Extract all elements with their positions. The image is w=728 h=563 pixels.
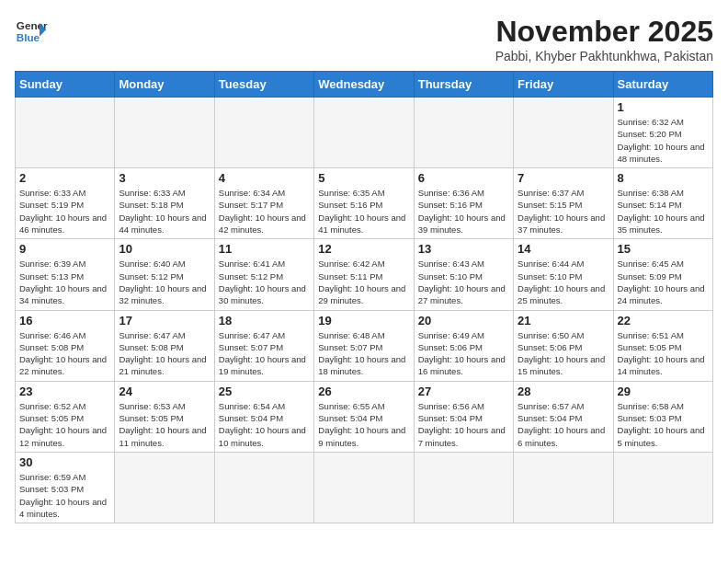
day-number: 30: [19, 455, 110, 469]
day-number: 28: [518, 385, 609, 398]
day-number: 8: [618, 171, 709, 185]
weekday-header-saturday: Saturday: [613, 72, 712, 98]
calendar-cell: [514, 98, 613, 168]
calendar-cell: [214, 452, 313, 523]
calendar-cell: [414, 452, 513, 523]
day-number: 9: [19, 242, 110, 256]
calendar-cell: 6Sunrise: 6:36 AM Sunset: 5:16 PM Daylig…: [414, 168, 513, 239]
day-number: 13: [418, 242, 509, 256]
day-number: 26: [318, 385, 409, 398]
calendar-cell: [16, 98, 115, 168]
day-number: 23: [19, 385, 110, 398]
calendar-cell: [414, 98, 513, 168]
day-number: 3: [119, 171, 210, 185]
day-info: Sunrise: 6:48 AM Sunset: 5:07 PM Dayligh…: [318, 329, 409, 378]
logo-icon: General Blue: [15, 15, 48, 48]
calendar-cell: [314, 452, 414, 523]
day-number: 24: [119, 385, 210, 398]
calendar-cell: 30Sunrise: 6:59 AM Sunset: 5:03 PM Dayli…: [16, 452, 115, 523]
day-info: Sunrise: 6:47 AM Sunset: 5:07 PM Dayligh…: [219, 329, 310, 378]
day-info: Sunrise: 6:47 AM Sunset: 5:08 PM Dayligh…: [119, 329, 210, 378]
calendar-cell: 1Sunrise: 6:32 AM Sunset: 5:20 PM Daylig…: [613, 98, 712, 168]
calendar-cell: 12Sunrise: 6:42 AM Sunset: 5:11 PM Dayli…: [314, 239, 414, 310]
calendar-cell: 25Sunrise: 6:54 AM Sunset: 5:04 PM Dayli…: [214, 381, 313, 452]
weekday-header-row: SundayMondayTuesdayWednesdayThursdayFrid…: [16, 72, 713, 98]
calendar-week-row: 30Sunrise: 6:59 AM Sunset: 5:03 PM Dayli…: [16, 452, 713, 523]
day-info: Sunrise: 6:54 AM Sunset: 5:04 PM Dayligh…: [219, 400, 310, 449]
calendar-cell: 27Sunrise: 6:56 AM Sunset: 5:04 PM Dayli…: [414, 381, 513, 452]
weekday-header-monday: Monday: [115, 72, 214, 98]
day-number: 16: [19, 314, 110, 327]
day-info: Sunrise: 6:37 AM Sunset: 5:15 PM Dayligh…: [518, 187, 609, 236]
calendar-cell: [514, 452, 613, 523]
day-number: 19: [318, 314, 409, 327]
title-block: November 2025 Pabbi, Khyber Pakhtunkhwa,…: [495, 15, 713, 63]
calendar-cell: 10Sunrise: 6:40 AM Sunset: 5:12 PM Dayli…: [115, 239, 214, 310]
calendar-cell: [115, 452, 214, 523]
day-info: Sunrise: 6:43 AM Sunset: 5:10 PM Dayligh…: [418, 258, 509, 306]
calendar-cell: 29Sunrise: 6:58 AM Sunset: 5:03 PM Dayli…: [613, 381, 712, 452]
calendar-cell: [115, 98, 214, 168]
day-info: Sunrise: 6:55 AM Sunset: 5:04 PM Dayligh…: [318, 400, 409, 449]
calendar-cell: 16Sunrise: 6:46 AM Sunset: 5:08 PM Dayli…: [16, 310, 115, 381]
day-number: 7: [518, 171, 609, 185]
calendar-cell: 3Sunrise: 6:33 AM Sunset: 5:18 PM Daylig…: [115, 168, 214, 239]
calendar-cell: 14Sunrise: 6:44 AM Sunset: 5:10 PM Dayli…: [514, 239, 613, 310]
calendar-cell: 17Sunrise: 6:47 AM Sunset: 5:08 PM Dayli…: [115, 310, 214, 381]
day-info: Sunrise: 6:33 AM Sunset: 5:18 PM Dayligh…: [119, 187, 210, 236]
day-number: 5: [318, 171, 409, 185]
calendar-week-row: 2Sunrise: 6:33 AM Sunset: 5:19 PM Daylig…: [16, 168, 713, 239]
day-number: 1: [618, 100, 709, 114]
calendar-cell: 5Sunrise: 6:35 AM Sunset: 5:16 PM Daylig…: [314, 168, 414, 239]
calendar-cell: 20Sunrise: 6:49 AM Sunset: 5:06 PM Dayli…: [414, 310, 513, 381]
day-info: Sunrise: 6:35 AM Sunset: 5:16 PM Dayligh…: [318, 187, 409, 236]
calendar-cell: 18Sunrise: 6:47 AM Sunset: 5:07 PM Dayli…: [214, 310, 313, 381]
day-number: 27: [418, 385, 509, 398]
calendar-week-row: 1Sunrise: 6:32 AM Sunset: 5:20 PM Daylig…: [16, 98, 713, 168]
day-number: 14: [518, 242, 609, 256]
day-number: 6: [418, 171, 509, 185]
day-number: 29: [618, 385, 709, 398]
day-info: Sunrise: 6:50 AM Sunset: 5:06 PM Dayligh…: [518, 329, 609, 378]
weekday-header-tuesday: Tuesday: [214, 72, 313, 98]
day-number: 2: [19, 171, 110, 185]
day-number: 21: [518, 314, 609, 327]
day-info: Sunrise: 6:42 AM Sunset: 5:11 PM Dayligh…: [318, 258, 409, 306]
day-number: 22: [618, 314, 709, 327]
calendar-cell: 7Sunrise: 6:37 AM Sunset: 5:15 PM Daylig…: [514, 168, 613, 239]
calendar-cell: 23Sunrise: 6:52 AM Sunset: 5:05 PM Dayli…: [16, 381, 115, 452]
calendar-cell: [613, 452, 712, 523]
logo: General Blue: [15, 15, 48, 48]
calendar-cell: 26Sunrise: 6:55 AM Sunset: 5:04 PM Dayli…: [314, 381, 414, 452]
day-info: Sunrise: 6:44 AM Sunset: 5:10 PM Dayligh…: [518, 258, 609, 306]
calendar-cell: 11Sunrise: 6:41 AM Sunset: 5:12 PM Dayli…: [214, 239, 313, 310]
day-info: Sunrise: 6:36 AM Sunset: 5:16 PM Dayligh…: [418, 187, 509, 236]
day-info: Sunrise: 6:56 AM Sunset: 5:04 PM Dayligh…: [418, 400, 509, 449]
day-number: 11: [219, 242, 310, 256]
day-info: Sunrise: 6:41 AM Sunset: 5:12 PM Dayligh…: [219, 258, 310, 306]
calendar-cell: 13Sunrise: 6:43 AM Sunset: 5:10 PM Dayli…: [414, 239, 513, 310]
day-number: 20: [418, 314, 509, 327]
calendar-week-row: 9Sunrise: 6:39 AM Sunset: 5:13 PM Daylig…: [16, 239, 713, 310]
day-info: Sunrise: 6:38 AM Sunset: 5:14 PM Dayligh…: [618, 187, 709, 236]
day-info: Sunrise: 6:59 AM Sunset: 5:03 PM Dayligh…: [19, 471, 110, 520]
calendar-cell: [214, 98, 313, 168]
calendar-week-row: 23Sunrise: 6:52 AM Sunset: 5:05 PM Dayli…: [16, 381, 713, 452]
day-info: Sunrise: 6:39 AM Sunset: 5:13 PM Dayligh…: [19, 258, 110, 306]
day-number: 4: [219, 171, 310, 185]
page-header: General Blue November 2025 Pabbi, Khyber…: [15, 15, 713, 63]
day-info: Sunrise: 6:32 AM Sunset: 5:20 PM Dayligh…: [618, 116, 709, 165]
weekday-header-thursday: Thursday: [414, 72, 513, 98]
day-number: 17: [119, 314, 210, 327]
weekday-header-friday: Friday: [514, 72, 613, 98]
calendar-cell: 15Sunrise: 6:45 AM Sunset: 5:09 PM Dayli…: [613, 239, 712, 310]
day-info: Sunrise: 6:53 AM Sunset: 5:05 PM Dayligh…: [119, 400, 210, 449]
calendar-cell: 8Sunrise: 6:38 AM Sunset: 5:14 PM Daylig…: [613, 168, 712, 239]
day-info: Sunrise: 6:34 AM Sunset: 5:17 PM Dayligh…: [219, 187, 310, 236]
day-info: Sunrise: 6:49 AM Sunset: 5:06 PM Dayligh…: [418, 329, 509, 378]
calendar-cell: 19Sunrise: 6:48 AM Sunset: 5:07 PM Dayli…: [314, 310, 414, 381]
day-info: Sunrise: 6:45 AM Sunset: 5:09 PM Dayligh…: [618, 258, 709, 306]
calendar-week-row: 16Sunrise: 6:46 AM Sunset: 5:08 PM Dayli…: [16, 310, 713, 381]
day-number: 18: [219, 314, 310, 327]
weekday-header-sunday: Sunday: [16, 72, 115, 98]
